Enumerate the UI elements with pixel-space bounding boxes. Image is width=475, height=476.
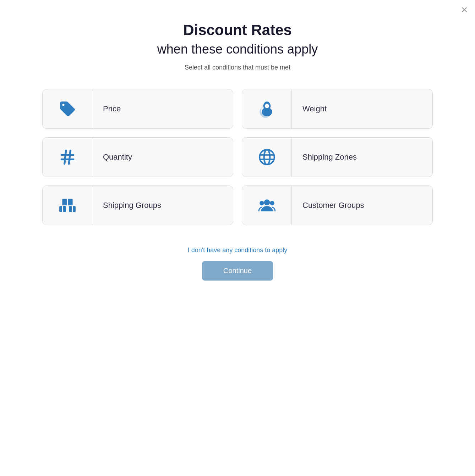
users-icon xyxy=(258,197,276,214)
shipping-groups-icon-area xyxy=(43,186,92,225)
weight-icon xyxy=(258,100,276,118)
red-arrow-annotation xyxy=(386,137,433,154)
svg-point-16 xyxy=(270,201,274,206)
shipping-groups-label: Shipping Groups xyxy=(92,201,233,210)
svg-point-14 xyxy=(264,200,270,206)
shipping-zones-card[interactable]: Shipping Zones xyxy=(242,137,433,177)
price-label: Price xyxy=(92,104,233,114)
svg-point-0 xyxy=(262,107,272,116)
weight-card[interactable]: Weight xyxy=(242,89,433,129)
price-icon-area xyxy=(43,89,92,128)
conditions-grid: Price Weight Quantity xyxy=(42,89,433,225)
close-button[interactable]: ✕ xyxy=(461,6,468,14)
quantity-label: Quantity xyxy=(92,153,233,162)
no-conditions-link[interactable]: I don't have any conditions to apply xyxy=(188,247,288,254)
hash-icon xyxy=(59,148,76,166)
tag-icon xyxy=(59,100,76,118)
page-title: Discount Rates xyxy=(157,21,318,39)
boxes-icon xyxy=(59,197,76,214)
customer-groups-icon-area xyxy=(242,186,292,225)
quantity-icon-area xyxy=(43,138,92,177)
globe-icon xyxy=(258,148,276,166)
svg-point-4 xyxy=(260,150,274,165)
weight-icon-area xyxy=(242,89,292,128)
svg-point-5 xyxy=(264,150,270,165)
continue-button[interactable]: Continue xyxy=(202,261,273,281)
price-card[interactable]: Price xyxy=(42,89,233,129)
quantity-card[interactable]: Quantity xyxy=(42,137,233,177)
weight-label: Weight xyxy=(292,104,432,114)
footer-section: I don't have any conditions to apply Con… xyxy=(188,247,288,281)
customer-groups-label: Customer Groups xyxy=(292,201,432,210)
svg-line-3 xyxy=(397,137,433,141)
svg-point-15 xyxy=(260,201,264,206)
page-subtitle: when these conditions apply xyxy=(157,42,318,57)
shipping-zones-label: Shipping Zones xyxy=(292,153,432,162)
customer-groups-card[interactable]: Customer Groups xyxy=(242,186,433,225)
shipping-zones-icon-area xyxy=(242,138,292,177)
page-description: Select all conditions that must be met xyxy=(157,64,318,71)
shipping-groups-card[interactable]: Shipping Groups xyxy=(42,186,233,225)
header: Discount Rates when these conditions app… xyxy=(157,21,318,71)
